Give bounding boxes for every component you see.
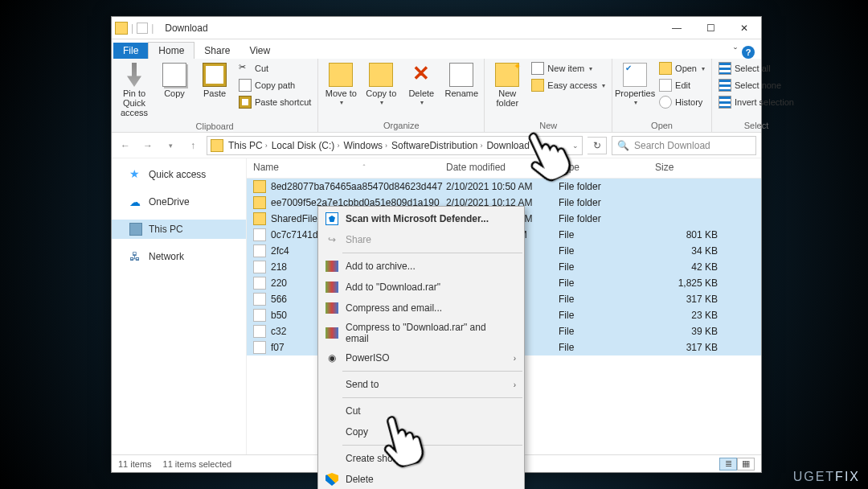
group-label-new: New <box>539 119 557 132</box>
file-name: 218 <box>271 261 287 273</box>
up-button[interactable]: ↑ <box>184 137 202 154</box>
file-icon <box>253 228 266 241</box>
open-button[interactable]: Open <box>656 60 708 76</box>
nav-this-pc[interactable]: This PC <box>112 220 246 239</box>
ctx-compress-email[interactable]: Compress and email... <box>320 298 522 318</box>
selectnone-icon <box>719 79 731 92</box>
help-icon[interactable]: ? <box>742 46 755 59</box>
pin-quick-access-button[interactable]: Pin to Quick access <box>115 60 154 120</box>
easy-access-button[interactable]: Easy access <box>528 77 608 93</box>
folder-icon <box>253 196 266 209</box>
file-size: 801 KB <box>655 229 727 240</box>
nav-network[interactable]: 🖧Network <box>112 247 246 266</box>
copy-path-button[interactable]: Copy path <box>235 77 314 93</box>
file-type: File <box>559 342 655 353</box>
winrar-icon <box>325 280 339 294</box>
ctx-share: ↪Share <box>320 229 522 250</box>
tab-file[interactable]: File <box>113 43 148 59</box>
paste-button[interactable]: Paste <box>195 60 234 101</box>
copy-label: Copy <box>164 88 185 98</box>
status-selected-count: 11 items selected <box>163 459 232 469</box>
view-large-button[interactable]: ▦ <box>737 458 755 471</box>
crumb: Local Disk (C:)› <box>272 140 342 151</box>
ctx-delete[interactable]: Delete <box>320 469 522 489</box>
maximize-button[interactable]: ☐ <box>694 17 727 39</box>
select-all-button[interactable]: Select all <box>715 60 797 76</box>
file-icon <box>253 309 266 322</box>
new-folder-button[interactable]: New folder <box>488 60 526 110</box>
file-icon <box>253 277 266 290</box>
ctx-add-rar[interactable]: Add to "Download.rar" <box>320 277 522 298</box>
minimize-button[interactable]: — <box>660 17 694 39</box>
paste-icon <box>203 63 227 87</box>
col-type[interactable]: Type <box>559 162 655 173</box>
file-name: f07 <box>271 342 285 353</box>
copy-to-button[interactable]: Copy to <box>362 60 400 109</box>
qat-item[interactable] <box>137 23 148 34</box>
new-item-button[interactable]: New item <box>528 60 608 76</box>
address-bar[interactable]: This PC› Local Disk (C:)› Windows› Softw… <box>207 136 583 155</box>
close-button[interactable]: ✕ <box>727 17 761 39</box>
file-size: 39 KB <box>655 326 727 337</box>
invert-selection-button[interactable]: Invert selection <box>715 94 797 110</box>
crumb: Windows› <box>343 140 390 151</box>
properties-icon <box>623 63 647 87</box>
cut-button[interactable]: ✂Cut <box>235 60 314 76</box>
paste-shortcut-button[interactable]: Paste shortcut <box>235 94 314 110</box>
file-type: File <box>559 326 655 337</box>
nav-quick-access[interactable]: ★Quick access <box>112 165 246 184</box>
watermark: UGETFIX <box>793 470 860 484</box>
address-dropdown-icon[interactable]: ⌄ <box>572 142 579 150</box>
file-type: File folder <box>559 197 655 208</box>
defender-icon <box>325 212 339 226</box>
crumb: SoftwareDistribution› <box>391 140 485 151</box>
col-name[interactable]: Nameˆ <box>253 162 446 173</box>
tab-home[interactable]: Home <box>148 42 194 59</box>
ctx-add-archive[interactable]: Add to archive... <box>320 256 522 277</box>
edit-button[interactable]: Edit <box>656 77 708 93</box>
ribbon-group-open: Properties Open Edit History Open <box>612 59 712 132</box>
rename-button[interactable]: Rename <box>442 60 481 101</box>
ctx-compress-rar-email[interactable]: Compress to "Download.rar" and email <box>320 318 522 347</box>
properties-button[interactable]: Properties <box>616 60 654 109</box>
forward-button[interactable]: → <box>139 137 157 154</box>
file-icon <box>253 325 266 338</box>
file-size: 34 KB <box>655 245 727 257</box>
back-button[interactable]: ← <box>117 137 134 154</box>
view-details-button[interactable]: ≣ <box>719 458 737 471</box>
ctx-create-shortcut[interactable]: Create shortcut <box>320 448 522 469</box>
refresh-button[interactable]: ↻ <box>588 137 607 154</box>
collapse-ribbon-icon[interactable]: ˇ <box>734 47 737 58</box>
table-row[interactable]: 8ed28077ba76465aa85470d84623d4472/10/202… <box>247 179 761 195</box>
group-label-select: Select <box>744 119 769 132</box>
select-none-button[interactable]: Select none <box>715 77 797 93</box>
tab-share[interactable]: Share <box>194 43 240 59</box>
file-icon <box>253 261 266 273</box>
file-type: File <box>559 277 655 289</box>
ctx-cut[interactable]: Cut <box>320 401 522 421</box>
network-icon: 🖧 <box>129 250 142 263</box>
col-size[interactable]: Size <box>655 162 727 173</box>
ctx-poweriso[interactable]: ◉PowerISO› <box>320 347 522 368</box>
window-title: Download <box>157 23 207 34</box>
ctx-separator <box>342 253 522 253</box>
tab-view[interactable]: View <box>240 43 280 59</box>
winrar-icon <box>325 259 339 273</box>
move-to-button[interactable]: Move to <box>321 60 360 109</box>
delete-button[interactable]: ✕Delete <box>402 60 440 109</box>
folder-icon <box>115 22 128 35</box>
ctx-copy[interactable]: Copy <box>320 421 522 442</box>
search-box[interactable]: 🔍 Search Download <box>612 136 756 155</box>
moveto-icon <box>329 63 353 87</box>
col-date[interactable]: Date modified <box>446 162 559 173</box>
crumb: Download› <box>486 140 536 151</box>
ctx-scan-defender[interactable]: Scan with Microsoft Defender... <box>320 208 522 229</box>
ctx-send-to[interactable]: Send to› <box>320 374 522 395</box>
group-label-organize: Organize <box>383 119 420 132</box>
history-button[interactable]: History <box>656 94 708 110</box>
copy-button[interactable]: Copy <box>155 60 194 101</box>
nav-onedrive[interactable]: ☁OneDrive <box>112 192 246 212</box>
recent-button[interactable]: ▾ <box>162 137 179 154</box>
rename-icon <box>449 63 473 87</box>
paste-label: Paste <box>203 88 226 98</box>
